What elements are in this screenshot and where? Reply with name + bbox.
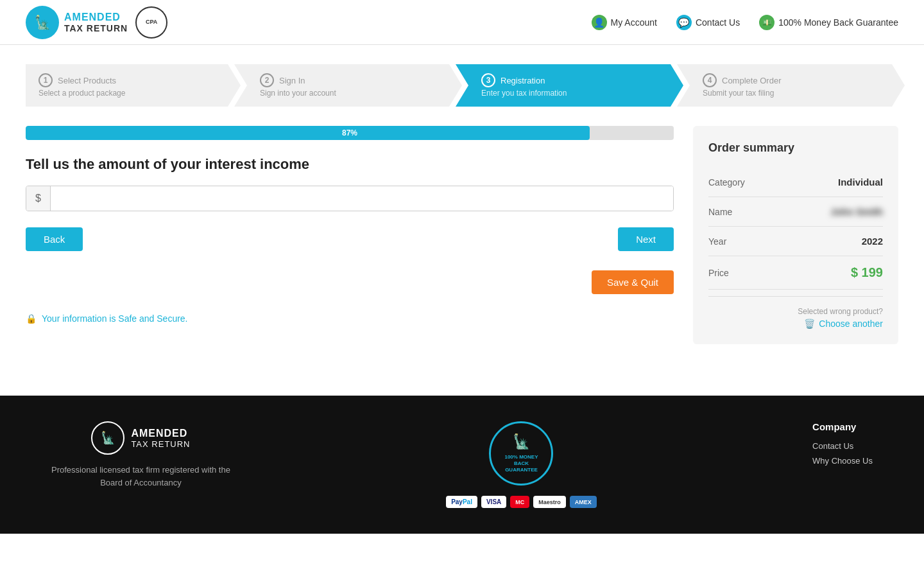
step-1[interactable]: 1 Select Products Select a product packa… bbox=[26, 64, 241, 107]
step-3-number: 3 bbox=[481, 73, 495, 87]
order-name-row: Name John Smith bbox=[708, 197, 883, 227]
next-button[interactable]: Next bbox=[618, 227, 674, 251]
maestro-icon: Maestro bbox=[533, 496, 566, 508]
step-4[interactable]: 4 Complete Order Submit your tax filing bbox=[677, 64, 905, 107]
visa-icon: VISA bbox=[481, 496, 506, 508]
step-1-title: Select Products bbox=[58, 76, 116, 85]
order-title: Order summary bbox=[708, 141, 883, 155]
trash-icon: 🗑️ bbox=[804, 319, 815, 329]
amount-input[interactable] bbox=[51, 186, 673, 211]
save-quit-button[interactable]: Save & Quit bbox=[592, 270, 674, 294]
form-area: 87% Tell us the amount of your interest … bbox=[26, 126, 674, 344]
logo-area: 🗽 AMENDED TAX RETURN CPA bbox=[26, 6, 167, 39]
logo-name: AMENDED bbox=[64, 12, 128, 23]
order-category-row: Category Individual bbox=[708, 168, 883, 197]
year-value: 2022 bbox=[862, 236, 883, 247]
progress-bar-fill bbox=[26, 126, 590, 140]
header: 🗽 AMENDED TAX RETURN CPA 👤 My Account 💬 … bbox=[0, 0, 924, 45]
choose-another-label: Choose another bbox=[819, 319, 883, 329]
footer-logo-section: 🗽 AMENDED TAX RETURN Professional licens… bbox=[51, 421, 230, 489]
footer-logo-name: AMENDED bbox=[131, 428, 190, 439]
nav-guarantee[interactable]: 💵 100% Money Back Guarantee bbox=[759, 15, 898, 30]
secure-notice: 🔒 Your information is Safe and Secure. bbox=[26, 313, 674, 324]
save-row: Save & Quit bbox=[26, 264, 674, 294]
footer-company: Company Contact Us Why Choose Us bbox=[812, 421, 873, 471]
company-heading: Company bbox=[812, 421, 873, 432]
chat-icon: 💬 bbox=[676, 15, 692, 30]
step-2-number: 2 bbox=[260, 73, 274, 87]
main-content: 87% Tell us the amount of your interest … bbox=[0, 119, 924, 370]
footer-logo: 🗽 AMENDED TAX RETURN bbox=[91, 421, 190, 455]
step-1-number: 1 bbox=[38, 73, 53, 87]
account-icon: 👤 bbox=[592, 15, 607, 30]
paypal-icon: PayPal bbox=[446, 496, 477, 508]
footer-contact-link[interactable]: Contact Us bbox=[812, 441, 873, 451]
nav-contact-us[interactable]: 💬 Contact Us bbox=[676, 15, 740, 30]
footer: 🗽 AMENDED TAX RETURN Professional licens… bbox=[0, 396, 924, 534]
step-3-subtitle: Enter you tax information bbox=[481, 89, 671, 98]
year-label: Year bbox=[708, 236, 726, 247]
category-value: Individual bbox=[838, 177, 883, 188]
step-3[interactable]: 3 Registration Enter you tax information bbox=[456, 64, 683, 107]
price-value: $ 199 bbox=[851, 265, 883, 280]
progress-label: 87% bbox=[342, 128, 357, 137]
category-label: Category bbox=[708, 177, 745, 188]
footer-badge-section: 🗽 100% MONEY BACK GUARANTEE PayPal VISA … bbox=[446, 421, 597, 508]
contact-us-label: Contact Us bbox=[696, 17, 740, 28]
step-2-subtitle: Sign into your account bbox=[260, 89, 449, 98]
price-label: Price bbox=[708, 268, 729, 278]
name-value: John Smith bbox=[830, 206, 883, 217]
my-account-label: My Account bbox=[611, 17, 657, 28]
main-logo: 🗽 AMENDED TAX RETURN bbox=[26, 6, 128, 39]
step-3-title: Registration bbox=[501, 76, 545, 85]
name-label: Name bbox=[708, 207, 732, 217]
payment-icons: PayPal VISA MC Maestro AMEX bbox=[446, 496, 597, 508]
step-4-title: Complete Order bbox=[722, 76, 781, 85]
step-4-subtitle: Submit your tax filing bbox=[703, 89, 892, 98]
logo-icon: 🗽 bbox=[26, 6, 59, 39]
logo-text: AMENDED TAX RETURN bbox=[64, 12, 128, 33]
order-summary: Order summary Category Individual Name J… bbox=[693, 126, 898, 344]
step-2[interactable]: 2 Sign In Sign into your account bbox=[234, 64, 462, 107]
wrong-product-section: Selected wrong product? 🗑️ Choose anothe… bbox=[708, 307, 883, 329]
step-4-number: 4 bbox=[703, 73, 717, 87]
wrong-product-text: Selected wrong product? bbox=[708, 307, 883, 316]
steps-container: 1 Select Products Select a product packa… bbox=[0, 64, 924, 107]
order-price-row: Price $ 199 bbox=[708, 256, 883, 290]
progress-bar-container: 87% bbox=[26, 126, 674, 140]
amount-input-group: $ bbox=[26, 186, 674, 211]
footer-logo-text: AMENDED TAX RETURN bbox=[131, 428, 190, 449]
header-nav: 👤 My Account 💬 Contact Us 💵 100% Money B… bbox=[592, 15, 898, 30]
dollar-prefix: $ bbox=[26, 186, 51, 211]
logo-sub: TAX RETURN bbox=[64, 23, 128, 33]
form-title: Tell us the amount of your interest inco… bbox=[26, 156, 674, 173]
footer-logo-icon: 🗽 bbox=[91, 421, 124, 455]
footer-logo-sub: TAX RETURN bbox=[131, 439, 190, 449]
choose-another-button[interactable]: 🗑️ Choose another bbox=[708, 319, 883, 329]
footer-why-choose-link[interactable]: Why Choose Us bbox=[812, 456, 873, 466]
amex-icon: AMEX bbox=[570, 496, 597, 508]
step-1-subtitle: Select a product package bbox=[38, 89, 228, 98]
lock-icon: 🔒 bbox=[26, 313, 37, 324]
nav-my-account[interactable]: 👤 My Account bbox=[592, 15, 657, 30]
footer-desc: Professional licensed tax firm registere… bbox=[51, 464, 230, 489]
step-2-title: Sign In bbox=[279, 76, 305, 85]
mastercard-icon: MC bbox=[510, 496, 529, 508]
footer-money-badge: 🗽 100% MONEY BACK GUARANTEE bbox=[489, 421, 553, 486]
cpa-badge: CPA bbox=[135, 6, 167, 39]
order-year-row: Year 2022 bbox=[708, 227, 883, 256]
navigation-buttons: Back Next bbox=[26, 227, 674, 251]
guarantee-label: 100% Money Back Guarantee bbox=[778, 17, 898, 28]
secure-text: Your information is Safe and Secure. bbox=[42, 313, 188, 324]
order-divider bbox=[708, 296, 883, 297]
money-icon: 💵 bbox=[759, 15, 774, 30]
back-button[interactable]: Back bbox=[26, 227, 83, 251]
